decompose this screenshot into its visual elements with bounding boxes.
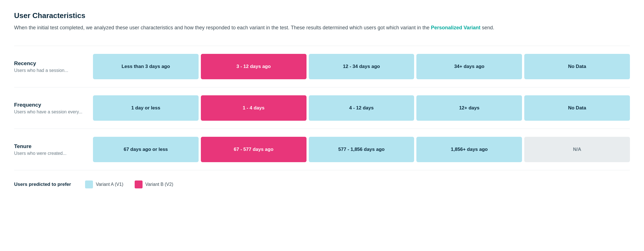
row-label-subtitle-recency: Users who had a session... [14,68,85,73]
legend-item-b: Variant B (V2) [135,180,173,188]
characteristics-grid: RecencyUsers who had a session...Less th… [14,46,630,170]
legend-label-a: Variant A (V1) [96,182,123,187]
cell-tenure-cell-1: 67 days ago or less [93,137,199,162]
cell-frequency-cell-4: 12+ days [416,95,522,121]
row-label-tenure: TenureUsers who were created... [14,143,93,156]
cell-tenure-cell-3: 577 - 1,856 days ago [309,137,414,162]
description-text-1: When the initial test completed, we anal… [14,25,431,30]
row-label-frequency: FrequencyUsers who have a session every.… [14,102,93,115]
legend-item-a: Variant A (V1) [85,180,123,188]
row-label-title-tenure: Tenure [14,143,85,149]
row-frequency: FrequencyUsers who have a session every.… [14,87,630,129]
row-label-subtitle-frequency: Users who have a session every... [14,109,85,115]
cell-tenure-cell-2: 67 - 577 days ago [201,137,307,162]
description: When the initial test completed, we anal… [14,24,549,32]
personalized-variant-link[interactable]: Personalized Variant [431,25,480,30]
cell-recency-cell-2: 3 - 12 days ago [201,54,307,79]
cell-tenure-cell-5: N/A [524,137,630,162]
cells-tenure: 67 days ago or less67 - 577 days ago577 … [93,137,630,162]
cell-recency-cell-4: 34+ days ago [416,54,522,79]
cell-frequency-cell-1: 1 day or less [93,95,199,121]
legend-swatch-a [85,180,93,188]
cell-recency-cell-1: Less than 3 days ago [93,54,199,79]
row-recency: RecencyUsers who had a session...Less th… [14,46,630,87]
cell-frequency-cell-2: 1 - 4 days [201,95,307,121]
description-text-2: send. [481,25,494,30]
cell-recency-cell-3: 12 - 34 days ago [309,54,414,79]
row-tenure: TenureUsers who were created...67 days a… [14,129,630,170]
row-label-title-frequency: Frequency [14,102,85,108]
cell-frequency-cell-3: 4 - 12 days [309,95,414,121]
cell-recency-cell-5: No Data [524,54,630,79]
cell-frequency-cell-5: No Data [524,95,630,121]
legend: Users predicted to prefer Variant A (V1)… [14,180,630,188]
legend-swatch-b [135,180,143,188]
cells-recency: Less than 3 days ago3 - 12 days ago12 - … [93,54,630,79]
row-label-recency: RecencyUsers who had a session... [14,60,93,73]
page-title: User Characteristics [14,11,630,20]
cells-frequency: 1 day or less1 - 4 days4 - 12 days12+ da… [93,95,630,121]
cell-tenure-cell-4: 1,856+ days ago [416,137,522,162]
legend-title: Users predicted to prefer [14,182,71,187]
legend-label-b: Variant B (V2) [145,182,173,187]
row-label-subtitle-tenure: Users who were created... [14,151,85,156]
row-label-title-recency: Recency [14,60,85,67]
